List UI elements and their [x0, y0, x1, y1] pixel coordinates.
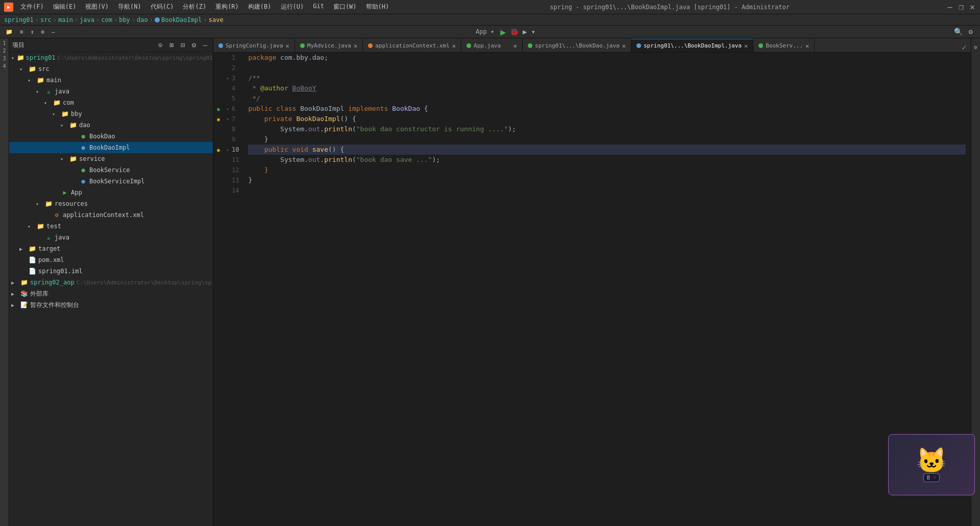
sidebar-item-target[interactable]: ▶ 📁 target — [9, 243, 213, 254]
fold-3[interactable]: ▾ — [226, 73, 229, 83]
gutter-7-method[interactable]: ◉ — [217, 114, 220, 124]
gutter-12[interactable] — [217, 165, 220, 175]
tab-close-appcontext[interactable]: ✕ — [452, 42, 456, 50]
tab-close-springconfig[interactable]: ✕ — [286, 42, 289, 50]
menu-code[interactable]: 代码(C) — [146, 2, 178, 12]
sidebar-item-bookdao[interactable]: ● BookDao — [9, 131, 213, 142]
gutter-13[interactable] — [217, 175, 220, 185]
sidebar-item-bby[interactable]: ▾ 📁 bby — [9, 108, 213, 119]
path-main[interactable]: main — [58, 16, 73, 23]
tab-springconfig[interactable]: SpringConfig.java ✕ — [213, 39, 295, 52]
gutter-14[interactable] — [217, 185, 220, 196]
fold-10[interactable]: ▾ — [226, 145, 229, 155]
sidebar-item-main[interactable]: ▾ 📁 main — [9, 75, 213, 86]
fold-7[interactable]: ▾ — [226, 114, 229, 124]
sidebar-item-scratches[interactable]: ▶ 📝 暂存文件和控制台 — [9, 299, 213, 310]
fold-6[interactable]: ▾ — [226, 104, 229, 114]
more-run-options[interactable]: ▾ — [531, 28, 535, 36]
window-controls[interactable]: — ❐ ✕ — [946, 4, 976, 11]
tab-bookdao[interactable]: spring01\...\BookDao.java ✕ — [523, 39, 631, 52]
sidebar-item-spring01[interactable]: ▾ 📁 spring01 C:\Users\Administrator\Desk… — [9, 52, 213, 63]
search-everywhere-btn[interactable]: 🔍 — [954, 28, 963, 36]
tab-bookdaoimpl[interactable]: spring01\...\BookDaoImpl.java ✕ — [631, 39, 753, 52]
gutter-4[interactable] — [217, 83, 220, 93]
left-icon-2[interactable]: 2 — [3, 48, 6, 54]
sidebar-item-src[interactable]: ▾ 📁 src — [9, 63, 213, 75]
minimize-button[interactable]: — — [946, 4, 953, 11]
menu-run[interactable]: 运行(U) — [277, 2, 308, 12]
sidebar-item-bookdaoimpl[interactable]: ● BookDaoImpl — [9, 142, 213, 153]
left-icon-1[interactable]: 1 — [3, 40, 6, 46]
sidebar-item-java[interactable]: ▾ ☕ java — [9, 86, 213, 97]
sidebar-item-spring02[interactable]: ▶ 📁 spring02_aop C:\Users\Administrator\… — [9, 277, 213, 288]
menu-view[interactable]: 视图(V) — [81, 2, 113, 12]
sidebar-item-test[interactable]: ▾ 📁 test — [9, 221, 213, 232]
sidebar-item-dao[interactable]: ▾ 📁 dao — [9, 119, 213, 131]
path-bby[interactable]: bby — [119, 16, 130, 23]
sidebar-item-test-java[interactable]: ☕ java — [9, 232, 213, 243]
maximize-button[interactable]: ❐ — [958, 4, 965, 11]
tab-close-bookdaoimpl[interactable]: ✕ — [744, 42, 748, 50]
tab-appcontext[interactable]: applicationContext.xml ✕ — [363, 39, 461, 52]
gutter-3[interactable] — [217, 73, 220, 83]
sidebar-item-bookserviceimpl[interactable]: ● BookServiceImpl — [9, 176, 213, 187]
toolbar-app-dropdown[interactable]: App ▾ — [476, 28, 494, 35]
gutter-11[interactable] — [217, 155, 220, 165]
settings-btn[interactable]: ⚙ — [969, 28, 973, 36]
coverage-button[interactable]: ▶ — [523, 28, 527, 36]
sidebar-icon-minimize[interactable]: — — [201, 40, 210, 50]
path-dao[interactable]: dao — [137, 16, 148, 23]
code-content[interactable]: package com.bby.dao; /** * @author BoBoo… — [243, 53, 971, 526]
sidebar-item-appcontext[interactable]: ⚙ applicationContext.xml — [9, 209, 213, 221]
gutter-6-bean[interactable]: ◉ — [217, 104, 220, 114]
tab-myadvice[interactable]: MyAdvice.java ✕ — [295, 39, 363, 52]
path-src[interactable]: src — [40, 16, 52, 23]
toolbar-project[interactable]: 📁 — [3, 28, 15, 36]
gutter-1[interactable] — [217, 53, 220, 63]
gutter-8[interactable] — [217, 124, 220, 134]
tab-close-bookdao[interactable]: ✕ — [622, 42, 626, 50]
menu-file[interactable]: 文件(F) — [16, 2, 48, 12]
gutter-5[interactable] — [217, 93, 220, 104]
toolbar-icon2[interactable]: ≡ — [17, 28, 26, 36]
left-icon-4[interactable]: 4 — [3, 63, 6, 69]
tab-bookserv[interactable]: BookServ... ✕ — [753, 39, 815, 52]
sidebar-icon-settings[interactable]: ⚙ — [189, 40, 199, 50]
menu-build[interactable]: 构建(B) — [244, 2, 276, 12]
sidebar-icon-collapse[interactable]: ⊟ — [178, 40, 187, 50]
menu-bar[interactable]: 文件(F) 编辑(E) 视图(V) 导航(N) 代码(C) 分析(Z) 重构(R… — [16, 2, 393, 12]
menu-window[interactable]: 窗口(W) — [329, 2, 361, 12]
sidebar-item-service[interactable]: ▾ 📁 service — [9, 153, 213, 164]
debug-button[interactable]: 🐞 — [510, 28, 519, 36]
path-class[interactable]: BookDaoImpl — [155, 16, 202, 23]
gutter-10-method[interactable]: ◉ — [217, 145, 220, 155]
toolbar-collapse[interactable]: — — [49, 28, 58, 36]
gutter-9[interactable] — [217, 134, 220, 145]
menu-refactor[interactable]: 重构(R) — [211, 2, 243, 12]
tab-close-myadvice[interactable]: ✕ — [354, 42, 357, 50]
path-method[interactable]: save — [209, 16, 224, 23]
path-spring01[interactable]: spring01 — [4, 16, 34, 23]
gutter-2[interactable] — [217, 63, 220, 73]
path-com[interactable]: com — [101, 16, 112, 23]
sidebar-item-app[interactable]: ▶ App — [9, 187, 213, 198]
menu-help[interactable]: 帮助(H) — [362, 2, 394, 12]
toolbar-icon3[interactable]: ↕ — [28, 28, 37, 36]
close-button[interactable]: ✕ — [969, 4, 976, 11]
sidebar-item-iml[interactable]: 📄 spring01.iml — [9, 266, 213, 277]
sidebar-item-resources[interactable]: ▾ 📁 resources — [9, 198, 213, 209]
tab-close-bookserv[interactable]: ✕ — [805, 42, 809, 50]
sidebar-item-libs[interactable]: ▶ 📚 外部库 — [9, 288, 213, 299]
toolbar-icon4[interactable]: ⚙ — [38, 28, 47, 36]
path-java[interactable]: java — [80, 16, 94, 23]
sidebar-item-pom[interactable]: 📄 pom.xml — [9, 254, 213, 266]
sidebar-item-com[interactable]: ▾ 📁 com — [9, 97, 213, 108]
menu-analyze[interactable]: 分析(Z) — [179, 2, 210, 12]
menu-navigate[interactable]: 导航(N) — [114, 2, 145, 12]
menu-git[interactable]: Git — [309, 2, 328, 12]
tab-close-app[interactable]: ✕ — [513, 42, 517, 50]
menu-edit[interactable]: 编辑(E) — [49, 2, 81, 12]
left-icon-3[interactable]: 3 — [3, 56, 6, 61]
sidebar-item-bookservice[interactable]: ● BookService — [9, 164, 213, 176]
sidebar-icon-expand[interactable]: ⊞ — [167, 40, 176, 50]
